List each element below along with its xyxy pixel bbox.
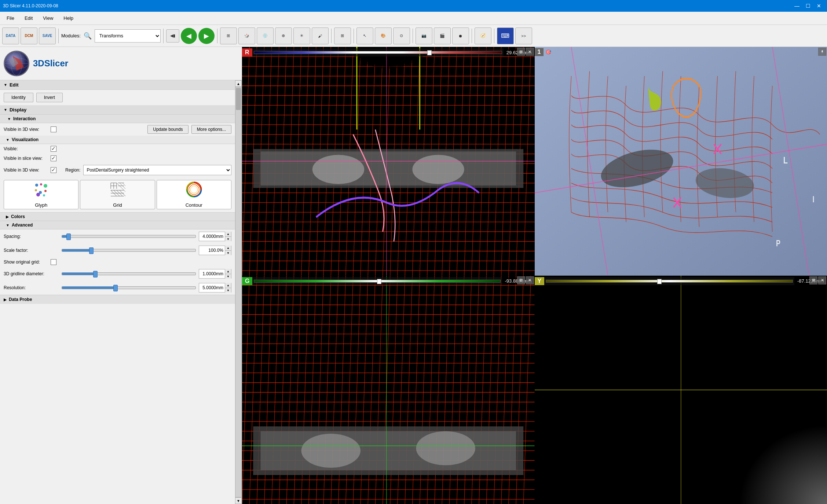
visible-slice-checkbox[interactable] <box>51 155 56 161</box>
gridline-diam-slider-track[interactable] <box>62 272 196 275</box>
red-slider-thumb[interactable] <box>427 50 432 55</box>
modules-dropdown[interactable]: Transforms <box>95 29 161 43</box>
resolution-value[interactable] <box>199 285 225 290</box>
spacing-slider-knob[interactable] <box>66 233 71 240</box>
3d-view-button[interactable]: 🎲 <box>238 27 255 44</box>
grid-view-button[interactable]: ⊞ <box>334 27 351 44</box>
reset-button[interactable]: ✳ <box>293 27 310 44</box>
spacing-value[interactable] <box>199 234 225 239</box>
scroll-thumb[interactable] <box>236 88 241 110</box>
overlay-button[interactable]: ⊙ <box>393 27 410 44</box>
viewport-yellow[interactable]: ⊞ ✕ Y -87.1225mm <box>535 276 827 504</box>
advanced-section-header[interactable]: ▼ Advanced <box>0 221 235 229</box>
identity-button[interactable]: Identity <box>4 93 33 102</box>
yellow-slider-thumb[interactable] <box>657 279 662 284</box>
crosshair-button[interactable]: ⊕ <box>275 27 292 44</box>
viewport-red[interactable]: ⊞ ✕ R 29.6265mm <box>242 47 535 276</box>
color-button[interactable]: 🎨 <box>375 27 392 44</box>
red-pin-1[interactable]: ⊞ <box>517 48 525 56</box>
menu-edit[interactable]: Edit <box>21 14 36 22</box>
viewport-green[interactable]: ⊞ ✕ G -93.8883mm <box>242 276 535 504</box>
3d-pin-1[interactable]: 🖈 <box>818 48 826 56</box>
gridline-diam-spinbox[interactable]: ▲ ▼ <box>199 269 231 279</box>
gridline-diam-up-arrow[interactable]: ▲ <box>225 269 231 274</box>
invert-button[interactable]: Invert <box>36 93 63 102</box>
menu-help[interactable]: Help <box>60 14 77 22</box>
scale-factor-up-arrow[interactable]: ▲ <box>225 246 231 250</box>
scale-factor-spinbox[interactable]: ▲ ▼ <box>199 246 231 255</box>
region-select[interactable]: PostDentalSurgery straightened <box>83 165 231 175</box>
volume-button[interactable]: 💿 <box>257 27 274 44</box>
yellow-pin-2[interactable]: ✕ <box>818 276 826 284</box>
yellow-slider-track[interactable] <box>546 280 793 283</box>
green-pin-1[interactable]: ⊞ <box>517 276 525 284</box>
green-slider-track[interactable] <box>254 280 500 283</box>
visible-3d-checkbox[interactable] <box>51 126 56 132</box>
layout-button[interactable]: ⊞ <box>220 27 237 44</box>
interaction-subsection-header[interactable]: ▼ Interaction <box>0 115 235 123</box>
nav-next-button[interactable]: ▶ <box>198 28 215 44</box>
script-button[interactable]: ⌨ <box>497 27 514 44</box>
resolution-up-arrow[interactable]: ▲ <box>225 283 231 288</box>
capture-button[interactable]: 📷 <box>416 27 432 44</box>
scale-factor-slider-track[interactable] <box>62 249 196 252</box>
search-icon[interactable]: 🔍 <box>84 32 92 40</box>
visible-checkbox[interactable] <box>51 146 56 152</box>
cursor-button[interactable]: ↖ <box>356 27 373 44</box>
yellow-pin-1[interactable]: ⊞ <box>809 276 817 284</box>
resolution-down-arrow[interactable]: ▼ <box>225 288 231 293</box>
green-slider-thumb[interactable] <box>377 279 381 284</box>
nav-prev-button[interactable]: ◀ <box>181 28 197 44</box>
gridline-diam-value[interactable] <box>199 271 225 276</box>
paint-button[interactable]: 🖌 <box>312 27 329 44</box>
data-probe-bar[interactable]: ▶ Data Probe <box>0 295 235 304</box>
display-section-header[interactable]: ▼ Display <box>0 105 235 115</box>
spacing-up-arrow[interactable]: ▲ <box>225 232 231 236</box>
visible-3d-2-checkbox[interactable] <box>51 167 56 173</box>
compass-button[interactable]: 🧭 <box>475 27 491 44</box>
resolution-slider[interactable] <box>62 284 196 291</box>
spacing-slider-track[interactable] <box>62 235 196 238</box>
spacing-spinbox[interactable]: ▲ ▼ <box>199 232 231 241</box>
maximize-button[interactable]: ☐ <box>803 1 813 11</box>
close-button[interactable]: ✕ <box>814 1 824 11</box>
red-pin-2[interactable]: ✕ <box>526 48 534 56</box>
gridline-diam-slider-knob[interactable] <box>93 271 98 277</box>
grid-button[interactable]: Grid <box>80 180 155 209</box>
menu-file[interactable]: File <box>3 14 18 22</box>
visualization-subsection-header[interactable]: ▼ Visualization <box>0 136 235 144</box>
minimize-button[interactable]: — <box>792 1 802 11</box>
scroll-down-button[interactable]: ▼ <box>235 497 242 504</box>
video-button[interactable]: 🎬 <box>434 27 451 44</box>
resolution-slider-track[interactable] <box>62 286 196 289</box>
data-button[interactable]: DATA <box>2 27 19 44</box>
spacing-slider[interactable] <box>62 233 196 240</box>
more-options-button[interactable]: More options... <box>191 125 231 134</box>
scroll-up-button[interactable]: ▲ <box>235 80 242 87</box>
spacing-down-arrow[interactable]: ▼ <box>225 236 231 241</box>
edit-section-header[interactable]: ▼ Edit <box>0 80 235 90</box>
scale-factor-value[interactable] <box>199 248 225 253</box>
red-slider-track[interactable] <box>254 51 502 54</box>
glyph-button[interactable]: Glyph <box>4 180 78 209</box>
resolution-spinbox[interactable]: ▲ ▼ <box>199 283 231 293</box>
nav-back-button[interactable]: ◀▮ <box>166 29 179 43</box>
update-bounds-button[interactable]: Update bounds <box>147 125 188 134</box>
viewport-3d[interactable]: L I P 🖈 1 🎯 <box>535 47 827 276</box>
scale-factor-slider[interactable] <box>62 247 196 254</box>
save-button[interactable]: SAVE <box>39 27 56 44</box>
more-button[interactable]: >> <box>515 27 532 44</box>
contour-button[interactable]: Contour <box>157 180 231 209</box>
resolution-slider-knob[interactable] <box>113 285 118 291</box>
dcm-button[interactable]: DCM <box>21 27 37 44</box>
show-original-checkbox[interactable] <box>51 259 56 265</box>
gridline-diam-down-arrow[interactable]: ▼ <box>225 274 231 279</box>
green-pin-2[interactable]: ✕ <box>526 276 534 284</box>
scroll-track[interactable] <box>235 87 242 497</box>
record-button[interactable]: ⏺ <box>452 27 469 44</box>
colors-section-header[interactable]: ▶ Colors <box>0 212 235 221</box>
scale-factor-down-arrow[interactable]: ▼ <box>225 250 231 255</box>
gridline-diam-slider[interactable] <box>62 270 196 277</box>
menu-view[interactable]: View <box>39 14 57 22</box>
scale-factor-slider-knob[interactable] <box>89 247 94 254</box>
